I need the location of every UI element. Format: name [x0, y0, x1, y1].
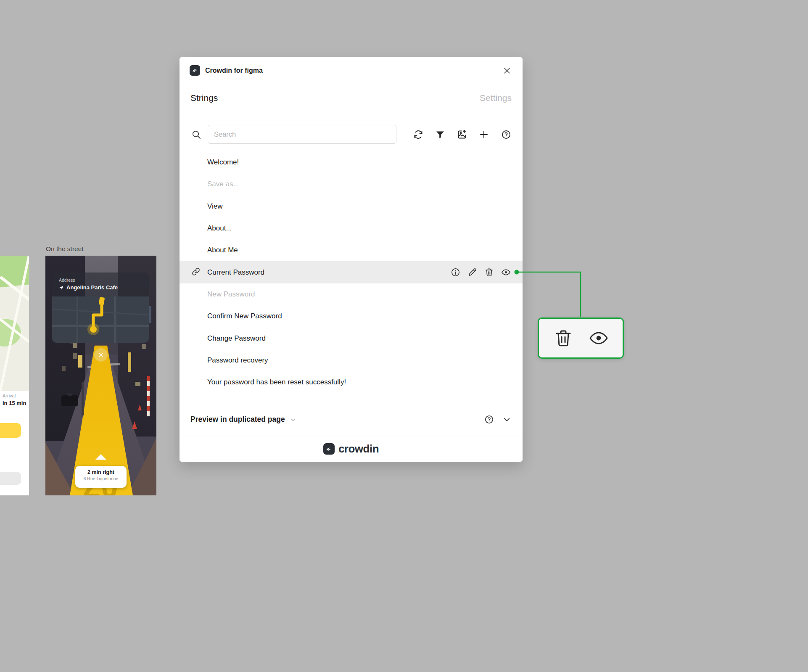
string-row-selected[interactable]: Current Password [180, 261, 523, 283]
plugin-title: Crowdin for figma [205, 67, 263, 74]
string-label: About Me [207, 246, 238, 254]
lit-window [142, 344, 146, 349]
direction-subtitle: 6 Rue Tiquetonne [75, 476, 127, 481]
delete-icon[interactable] [484, 267, 494, 278]
mini-map [52, 296, 149, 343]
address-label: Address [59, 278, 75, 283]
filter-icon[interactable] [435, 130, 445, 140]
string-row[interactable]: Welcome! [180, 151, 523, 173]
crowdin-brand-footer: crowdin [180, 436, 523, 462]
annotation-callout [538, 317, 624, 359]
string-row[interactable]: Change Password [180, 327, 523, 349]
arrival-label: Arrival [3, 393, 16, 398]
lit-window [135, 382, 140, 386]
edit-icon[interactable] [467, 267, 478, 278]
preview-label: Preview in duplicated page [190, 415, 285, 424]
lit-window [73, 353, 77, 359]
info-icon[interactable] [450, 267, 461, 278]
path-direction-arrow [95, 454, 106, 460]
string-row[interactable]: Save as... [180, 173, 523, 195]
search-input[interactable] [208, 125, 396, 144]
string-label: Save as... [207, 180, 239, 188]
address-card: Address Angelina Paris Cafe [52, 273, 149, 343]
navigation-arrow-icon [59, 285, 64, 290]
figma-canvas: Arrival in 15 min On the street 20 [0, 0, 808, 672]
delete-icon [553, 328, 573, 348]
address-value: Angelina Paris Cafe [66, 284, 118, 291]
figma-frame-ar-street[interactable]: 20 Address Angelina Paris Cafe [45, 256, 156, 495]
link-icon [191, 267, 201, 277]
string-row[interactable]: Your password has been reset successfull… [180, 371, 523, 393]
string-row[interactable]: About... [180, 217, 523, 239]
parked-car-roof [67, 393, 72, 396]
close-icon[interactable] [502, 65, 512, 76]
tab-strings[interactable]: Strings [190, 93, 218, 103]
preview-eye-icon[interactable] [501, 267, 511, 278]
crowdin-wordmark: crowdin [338, 442, 379, 455]
lit-sign [128, 352, 131, 372]
upload-screenshot-icon[interactable] [457, 130, 467, 140]
string-label: About... [207, 224, 232, 233]
crowdin-logo-icon [323, 443, 335, 455]
plugin-toolbar [180, 112, 523, 151]
close-icon [98, 352, 103, 357]
preview-eye-icon [589, 328, 609, 348]
street-pole [82, 382, 84, 415]
string-row[interactable]: New Password [180, 283, 523, 305]
help-icon[interactable] [501, 130, 511, 140]
string-row-actions [450, 261, 511, 283]
refresh-icon[interactable] [413, 130, 423, 140]
string-label: View [207, 202, 223, 211]
string-label: New Password [207, 290, 255, 299]
lit-window [62, 366, 66, 371]
preview-expand-chevron-icon[interactable] [289, 416, 297, 423]
preview-bar-actions [484, 415, 512, 425]
string-row[interactable]: Password recovery [180, 349, 523, 371]
string-label: Confirm New Password [207, 312, 282, 320]
ar-close-button[interactable] [94, 348, 108, 362]
direction-title: 2 min right [75, 469, 127, 475]
frame-title[interactable]: On the street [46, 245, 84, 253]
plugin-tabs: Strings Settings [180, 84, 523, 112]
lit-window [73, 342, 77, 348]
preview-bar[interactable]: Preview in duplicated page [180, 403, 523, 436]
string-label: Password recovery [207, 356, 268, 365]
string-row[interactable]: Confirm New Password [180, 305, 523, 327]
ride-map [0, 256, 29, 391]
string-label: Welcome! [207, 158, 239, 167]
string-label: Your password has been reset successfull… [207, 378, 346, 386]
ride-yellow-button [0, 423, 21, 438]
direction-card: 2 min right 6 Rue Tiquetonne [75, 466, 127, 488]
arrival-value: in 15 min [3, 400, 26, 406]
crowdin-plugin-window: Crowdin for figma Strings Settings [180, 57, 523, 462]
plugin-header: Crowdin for figma [180, 57, 523, 84]
add-string-icon[interactable] [479, 130, 489, 140]
search-icon [191, 130, 201, 140]
string-label: Change Password [207, 334, 266, 343]
string-row[interactable]: View [180, 196, 523, 217]
crowdin-logo-icon [190, 65, 200, 76]
string-row[interactable]: About Me [180, 239, 523, 261]
striped-pole [147, 376, 150, 416]
collapse-chevron-icon[interactable] [502, 415, 512, 425]
figma-frame-ride-partial[interactable]: Arrival in 15 min [0, 256, 29, 495]
lit-sign [78, 355, 82, 368]
string-label: Current Password [207, 268, 264, 277]
strings-list: Welcome! Save as... View About... About … [180, 151, 523, 403]
tab-settings[interactable]: Settings [480, 93, 512, 103]
help-icon[interactable] [484, 415, 494, 425]
ride-gray-pill [0, 472, 21, 485]
parked-car [61, 395, 78, 406]
